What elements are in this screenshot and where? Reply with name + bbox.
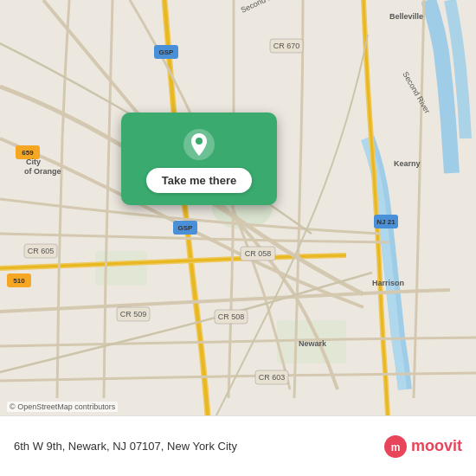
svg-text:CR 605: CR 605 <box>28 247 55 255</box>
osm-attribution: © OpenStreetMap contributors <box>7 402 118 412</box>
bottom-bar: 6th W 9th, Newark, NJ 07107, New York Ci… <box>0 415 476 476</box>
moovit-text: moovit <box>411 437 462 455</box>
take-me-there-button[interactable]: Take me there <box>146 168 252 193</box>
svg-text:Newark: Newark <box>299 339 327 348</box>
svg-text:GSP: GSP <box>159 48 175 56</box>
svg-text:NJ 21: NJ 21 <box>376 218 396 226</box>
address-text: 6th W 9th, Newark, NJ 07107, New York Ci… <box>14 440 237 453</box>
svg-rect-2 <box>95 251 147 286</box>
svg-text:of Orange: of Orange <box>24 167 61 176</box>
location-pin-icon <box>183 128 215 161</box>
svg-text:CR 058: CR 058 <box>245 249 272 258</box>
svg-text:CR 509: CR 509 <box>120 310 147 318</box>
location-card: Take me there <box>121 113 277 205</box>
svg-text:CR 670: CR 670 <box>273 42 300 50</box>
svg-text:659: 659 <box>22 149 34 157</box>
svg-text:City: City <box>26 158 41 166</box>
svg-text:Belleville: Belleville <box>389 12 423 21</box>
moovit-logo: m moovit <box>383 434 462 459</box>
map-container: GSP GSP 659 CR 670 CR 605 CR 509 CR 508 … <box>0 0 476 415</box>
svg-text:510: 510 <box>13 277 25 285</box>
svg-text:Harrison: Harrison <box>372 279 404 287</box>
svg-text:GSP: GSP <box>178 224 194 232</box>
svg-text:CR 603: CR 603 <box>259 373 286 382</box>
svg-text:CR 508: CR 508 <box>218 312 245 321</box>
svg-text:Kearny: Kearny <box>394 159 421 168</box>
svg-point-36 <box>196 138 203 145</box>
moovit-logo-icon: m <box>383 434 408 459</box>
svg-text:m: m <box>391 441 401 453</box>
map-svg: GSP GSP 659 CR 670 CR 605 CR 509 CR 508 … <box>0 0 476 415</box>
